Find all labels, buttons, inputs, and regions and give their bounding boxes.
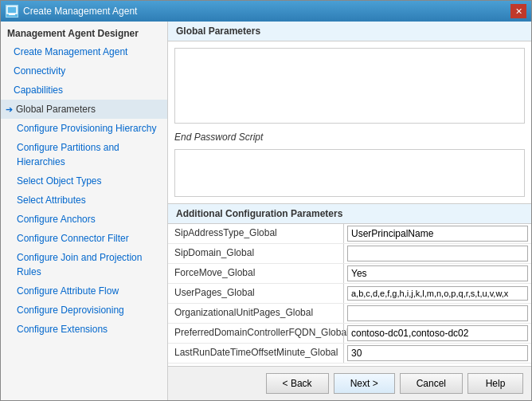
cancel-button[interactable]: Cancel	[400, 373, 463, 394]
end-password-script-label: End Password Script	[168, 128, 531, 146]
param-value-user-pages	[343, 284, 531, 303]
param-label-ou-pages: OrganizationalUnitPages_Global	[168, 304, 343, 323]
additional-params-header: Additional Configuration Parameters	[168, 203, 531, 224]
sidebar-item-connectivity[interactable]: Connectivity	[1, 61, 167, 81]
param-label-sip-domain: SipDomain_Global	[168, 244, 343, 263]
param-label-pref-dc: PreferredDomainControllerFQDN_Global	[168, 324, 343, 343]
script-area[interactable]	[174, 149, 525, 197]
help-button[interactable]: Help	[467, 373, 523, 394]
content-area: Management Agent Designer Create Managem…	[1, 22, 531, 400]
param-row-last-run: LastRunDateTimeOffsetMinute_Global	[168, 344, 531, 364]
param-label-user-pages: UserPages_Global	[168, 284, 343, 303]
svg-rect-1	[9, 14, 15, 15]
param-input-ou-pages[interactable]	[347, 305, 528, 321]
sidebar-item-prov-hierarchy[interactable]: Configure Provisioning Hierarchy	[1, 119, 167, 138]
current-arrow-icon: ➔	[6, 102, 13, 116]
param-input-last-run[interactable]	[347, 345, 528, 361]
title-bar: Create Management Agent ✕	[1, 1, 531, 22]
back-button[interactable]: < Back	[266, 373, 329, 394]
param-label-force-move: ForceMove_Global	[168, 264, 343, 283]
window-title: Create Management Agent	[23, 6, 137, 17]
sidebar-item-attr-flow[interactable]: Configure Attribute Flow	[1, 281, 167, 301]
param-input-force-move[interactable]	[347, 265, 528, 281]
param-label-sip-address: SipAddressType_Global	[168, 224, 343, 243]
window-icon	[6, 5, 18, 18]
param-value-ou-pages	[343, 304, 531, 323]
sidebar-header: Management Agent Designer	[1, 25, 167, 42]
top-scroll-area[interactable]	[174, 48, 525, 124]
param-value-pref-dc	[343, 324, 531, 343]
main-window: Create Management Agent ✕ Management Age…	[0, 0, 532, 401]
param-input-pref-dc[interactable]	[347, 325, 528, 341]
param-value-last-run	[343, 344, 531, 363]
panel-content: End Password Script Additional Configura…	[168, 41, 531, 366]
sidebar-item-join-rules[interactable]: Configure Join and Projection Rules	[1, 248, 167, 281]
sidebar-item-extensions[interactable]: Configure Extensions	[1, 320, 167, 339]
title-bar-left: Create Management Agent	[6, 5, 137, 18]
sidebar: Management Agent Designer Create Managem…	[1, 22, 168, 400]
next-button[interactable]: Next >	[334, 373, 395, 394]
param-row-sip-address: SipAddressType_Global	[168, 224, 531, 244]
param-input-user-pages[interactable]	[347, 286, 528, 301]
param-input-sip-domain[interactable]	[347, 246, 528, 261]
close-button[interactable]: ✕	[510, 4, 526, 18]
main-panel: Global Parameters End Password Script Ad…	[168, 22, 531, 400]
sidebar-item-anchors[interactable]: Configure Anchors	[1, 210, 167, 229]
sidebar-item-global-params[interactable]: ➔ Global Parameters	[1, 100, 167, 119]
sidebar-item-deprov[interactable]: Configure Deprovisioning	[1, 301, 167, 320]
param-value-sip-address	[343, 224, 531, 243]
param-value-force-move	[343, 264, 531, 283]
sidebar-item-connector-filter[interactable]: Configure Connector Filter	[1, 229, 167, 248]
sidebar-item-partitions[interactable]: Configure Partitions and Hierarchies	[1, 138, 167, 171]
sidebar-item-attributes[interactable]: Select Attributes	[1, 191, 167, 210]
param-row-pref-dc: PreferredDomainControllerFQDN_Global	[168, 324, 531, 344]
param-row-force-move: ForceMove_Global	[168, 264, 531, 284]
param-value-sip-domain	[343, 244, 531, 263]
param-label-last-run: LastRunDateTimeOffsetMinute_Global	[168, 344, 343, 363]
svg-rect-0	[7, 6, 17, 14]
sidebar-item-object-types[interactable]: Select Object Types	[1, 171, 167, 191]
panel-header: Global Parameters	[168, 22, 531, 41]
sidebar-item-create-ma[interactable]: Create Management Agent	[1, 42, 167, 61]
param-row-ou-pages: OrganizationalUnitPages_Global	[168, 304, 531, 324]
param-row-sip-domain: SipDomain_Global	[168, 244, 531, 264]
sidebar-item-capabilities[interactable]: Capabilities	[1, 81, 167, 100]
param-input-sip-address[interactable]	[347, 226, 528, 242]
params-table: SipAddressType_Global SipDomain_Global	[168, 224, 531, 366]
footer: < Back Next > Cancel Help	[168, 366, 531, 400]
param-row-user-pages: UserPages_Global	[168, 284, 531, 304]
